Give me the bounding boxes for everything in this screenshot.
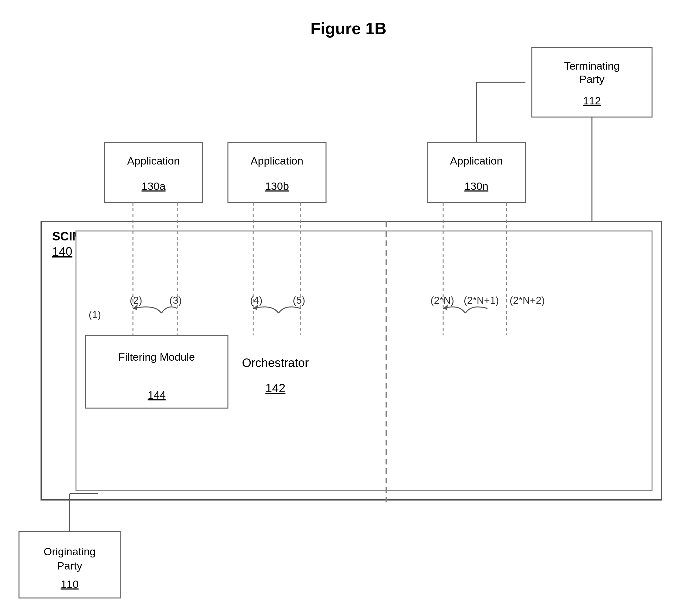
svg-text:(2*N+1): (2*N+1) <box>464 295 499 306</box>
svg-marker-47 <box>174 304 178 310</box>
svg-text:Terminating: Terminating <box>564 60 620 72</box>
svg-text:130b: 130b <box>265 180 289 192</box>
svg-text:(3): (3) <box>169 295 182 306</box>
svg-text:Originating: Originating <box>44 545 95 557</box>
svg-rect-23 <box>19 531 120 598</box>
svg-text:Application: Application <box>450 155 503 167</box>
svg-rect-13 <box>41 222 662 500</box>
svg-rect-0 <box>532 47 652 117</box>
svg-text:130n: 130n <box>464 180 488 192</box>
svg-text:144: 144 <box>148 389 166 401</box>
svg-rect-4 <box>104 142 203 202</box>
svg-text:Orchestrator: Orchestrator <box>242 356 309 370</box>
svg-text:110: 110 <box>61 578 79 590</box>
svg-marker-49 <box>297 304 302 310</box>
svg-text:140: 140 <box>52 245 72 258</box>
svg-text:Application: Application <box>127 155 180 167</box>
svg-text:Party: Party <box>57 560 82 572</box>
page-title: Figure 1B <box>0 0 697 38</box>
svg-text:Party: Party <box>579 73 604 85</box>
svg-text:130a: 130a <box>142 180 165 192</box>
svg-marker-46 <box>133 304 138 310</box>
svg-marker-48 <box>253 304 258 310</box>
svg-rect-18 <box>86 335 228 408</box>
svg-rect-16 <box>76 231 652 491</box>
svg-marker-50 <box>443 304 448 310</box>
svg-text:(4): (4) <box>250 295 263 306</box>
svg-text:SCIM: SCIM <box>52 230 82 243</box>
svg-text:Filtering Module: Filtering Module <box>118 351 195 363</box>
svg-rect-10 <box>427 142 525 202</box>
svg-text:(2): (2) <box>130 295 142 306</box>
svg-text:Application: Application <box>251 155 303 167</box>
svg-text:142: 142 <box>265 381 285 395</box>
svg-text:(2*N): (2*N) <box>430 295 454 306</box>
svg-marker-51 <box>484 304 488 310</box>
svg-text:(2*N+2): (2*N+2) <box>509 295 545 306</box>
svg-rect-7 <box>228 142 326 202</box>
svg-text:(1): (1) <box>89 309 101 320</box>
svg-text:(5): (5) <box>293 295 305 306</box>
svg-text:112: 112 <box>583 95 601 107</box>
